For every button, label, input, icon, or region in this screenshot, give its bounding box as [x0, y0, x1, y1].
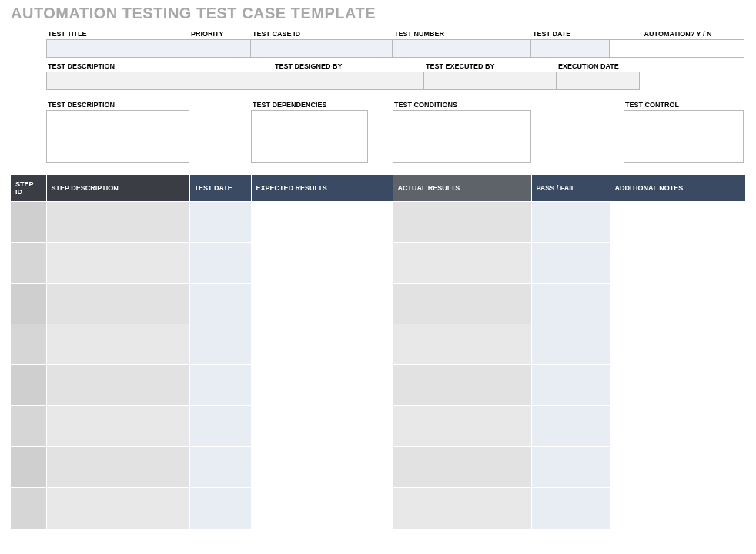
test-conditions-label: TEST CONDITIONS — [393, 101, 531, 109]
test-number-label: TEST NUMBER — [393, 30, 531, 38]
automation-field[interactable] — [610, 39, 744, 58]
expected-results-cell[interactable] — [251, 284, 393, 324]
actual-results-cell[interactable] — [393, 488, 531, 529]
test-description-field[interactable] — [46, 72, 273, 90]
col-step-id: STEP ID — [11, 175, 46, 202]
test-designed-by-field[interactable] — [273, 72, 424, 90]
expected-results-cell[interactable] — [251, 202, 393, 243]
pass-fail-cell[interactable] — [531, 243, 610, 284]
step-description-cell[interactable] — [46, 324, 189, 365]
step-description-cell[interactable] — [46, 243, 189, 284]
pass-fail-cell[interactable] — [531, 447, 610, 488]
test-date-cell[interactable] — [189, 447, 251, 488]
additional-notes-cell[interactable] — [610, 488, 745, 529]
step-id-cell[interactable] — [11, 284, 46, 324]
step-id-cell[interactable] — [11, 406, 46, 447]
expected-results-cell[interactable] — [251, 488, 393, 529]
priority-field[interactable] — [189, 39, 251, 58]
expected-results-cell[interactable] — [251, 324, 393, 365]
test-number-field[interactable] — [393, 39, 531, 58]
test-title-label: TEST TITLE — [46, 30, 189, 38]
actual-results-cell[interactable] — [393, 243, 531, 284]
test-date-cell[interactable] — [189, 488, 251, 529]
pass-fail-cell[interactable] — [531, 488, 610, 529]
actual-results-cell[interactable] — [393, 202, 531, 243]
test-designed-by-label: TEST DESIGNED BY — [273, 62, 424, 70]
step-id-cell[interactable] — [11, 243, 46, 284]
additional-notes-cell[interactable] — [610, 284, 745, 324]
expected-results-cell[interactable] — [251, 365, 393, 406]
additional-notes-cell[interactable] — [610, 202, 745, 243]
automation-label: AUTOMATION? Y / N — [610, 30, 744, 38]
actual-results-cell[interactable] — [393, 284, 531, 324]
test-date-label: TEST DATE — [531, 30, 610, 38]
step-description-cell[interactable] — [46, 284, 189, 324]
expected-results-cell[interactable] — [251, 406, 393, 447]
test-description-label: TEST DESCRIPTION — [46, 62, 273, 70]
table-row — [11, 406, 745, 447]
step-id-cell[interactable] — [11, 488, 46, 529]
table-row — [11, 447, 745, 488]
header-row-2: TEST DESCRIPTION TEST DESIGNED BY TEST E… — [46, 62, 745, 90]
header-row-1: TEST TITLE PRIORITY TEST CASE ID TEST NU… — [46, 30, 745, 58]
pass-fail-cell[interactable] — [531, 284, 610, 324]
test-description-box[interactable] — [46, 110, 189, 163]
test-executed-by-label: TEST EXECUTED BY — [424, 62, 557, 70]
test-case-id-label: TEST CASE ID — [251, 30, 393, 38]
test-executed-by-field[interactable] — [424, 72, 557, 90]
execution-date-field[interactable] — [557, 72, 640, 90]
pass-fail-cell[interactable] — [531, 324, 610, 365]
textarea-row: TEST DESCRIPTION TEST DEPENDENCIES TEST … — [46, 101, 745, 163]
actual-results-cell[interactable] — [393, 447, 531, 488]
test-conditions-box[interactable] — [393, 110, 531, 163]
additional-notes-cell[interactable] — [610, 324, 745, 365]
table-row — [11, 365, 745, 406]
test-dependencies-box[interactable] — [251, 110, 368, 163]
test-title-field[interactable] — [46, 39, 189, 58]
expected-results-cell[interactable] — [251, 243, 393, 284]
step-description-cell[interactable] — [46, 202, 189, 243]
actual-results-cell[interactable] — [393, 406, 531, 447]
steps-table: STEP ID STEP DESCRIPTION TEST DATE EXPEC… — [11, 175, 745, 529]
test-date-cell[interactable] — [189, 365, 251, 406]
step-id-cell[interactable] — [11, 365, 46, 406]
step-id-cell[interactable] — [11, 447, 46, 488]
col-expected-results: EXPECTED RESULTS — [251, 175, 393, 202]
col-pass-fail: PASS / FAIL — [531, 175, 610, 202]
expected-results-cell[interactable] — [251, 447, 393, 488]
table-row — [11, 284, 745, 324]
test-dependencies-label: TEST DEPENDENCIES — [251, 101, 368, 109]
test-date-cell[interactable] — [189, 324, 251, 365]
step-description-cell[interactable] — [46, 365, 189, 406]
step-description-cell[interactable] — [46, 488, 189, 529]
additional-notes-cell[interactable] — [610, 365, 745, 406]
pass-fail-cell[interactable] — [531, 202, 610, 243]
test-control-label: TEST CONTROL — [624, 101, 744, 109]
test-date-field[interactable] — [531, 39, 610, 58]
page-title: AUTOMATION TESTING TEST CASE TEMPLATE — [11, 5, 745, 22]
additional-notes-cell[interactable] — [610, 243, 745, 284]
additional-notes-cell[interactable] — [610, 447, 745, 488]
table-row — [11, 202, 745, 243]
step-description-cell[interactable] — [46, 447, 189, 488]
col-actual-results: ACTUAL RESULTS — [393, 175, 531, 202]
table-row — [11, 324, 745, 365]
col-additional-notes: ADDITIONAL NOTES — [610, 175, 745, 202]
test-date-cell[interactable] — [189, 202, 251, 243]
table-row — [11, 488, 745, 529]
step-description-cell[interactable] — [46, 406, 189, 447]
pass-fail-cell[interactable] — [531, 365, 610, 406]
step-id-cell[interactable] — [11, 324, 46, 365]
test-control-box[interactable] — [624, 110, 744, 163]
test-date-cell[interactable] — [189, 406, 251, 447]
actual-results-cell[interactable] — [393, 324, 531, 365]
additional-notes-cell[interactable] — [610, 406, 745, 447]
pass-fail-cell[interactable] — [531, 406, 610, 447]
actual-results-cell[interactable] — [393, 365, 531, 406]
step-id-cell[interactable] — [11, 202, 46, 243]
test-description-box-label: TEST DESCRIPTION — [46, 101, 189, 109]
test-case-id-field[interactable] — [251, 39, 393, 58]
execution-date-label: EXECUTION DATE — [557, 62, 640, 70]
test-date-cell[interactable] — [189, 243, 251, 284]
test-date-cell[interactable] — [189, 284, 251, 324]
